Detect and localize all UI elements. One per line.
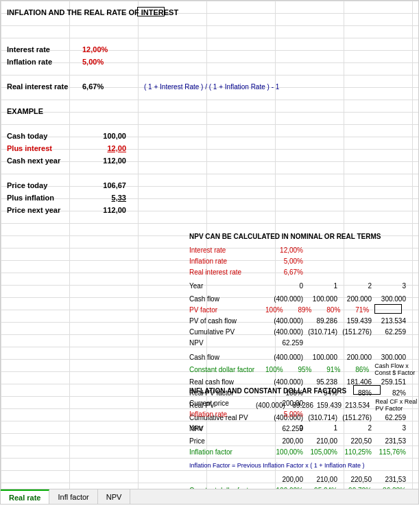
plus-interest-label: Plus interest [5, 143, 80, 153]
nominal-cashflow-row: Cash flow (400.000) 100.000 200.000 300.… [189, 293, 419, 304]
interest-rate-label: Interest rate [5, 45, 80, 54]
interest-rate-value: 12,00% [80, 45, 128, 54]
price-today-value: 106,67 [80, 181, 128, 190]
npv-title: NPV CAN BE CALCULATED IN NOMINAL OR REAL… [189, 233, 381, 240]
infl-rate-row: Inflation rate 5,00% [189, 408, 419, 419]
npv-interest-label: Interest rate [189, 246, 272, 254]
formula1-row: Inflation Factor = Previous Inflation Fa… [189, 460, 419, 471]
tab-infl-factor[interactable]: Infl factor [49, 489, 97, 505]
price-next-year-value: 112,00 [80, 205, 128, 215]
year-header: Year 0 1 2 3 [189, 422, 419, 433]
npv-inflation-label: Inflation rate [189, 257, 272, 265]
example-label: EXAMPLE [5, 106, 80, 116]
pv-cashflow-row: PV of cash flow (400.000) 89.286 159.439… [189, 315, 419, 326]
year-label: Year [189, 282, 272, 290]
title-box [137, 7, 165, 16]
npv-real-value: 6,67% [272, 268, 306, 276]
plus-interest-value: 12,00 [80, 143, 128, 153]
price-next-year-label: Price next year [5, 205, 80, 215]
year-0: 0 [272, 282, 306, 290]
formula-text: ( 1 + Interest Rate ) / ( 1 + Inflation … [142, 82, 281, 91]
plus-inflation-label: Plus inflation [5, 193, 80, 203]
real-interest-label: Real interest rate [5, 82, 80, 91]
tab-bar: Real rate Infl factor NPV [1, 489, 419, 504]
price-row: Price 200,00 210,00 220,50 231,53 [189, 435, 419, 446]
price2-row: 200,00 210,00 220,50 231,53 [189, 474, 419, 485]
box1 [374, 304, 402, 314]
cash-today-value: 100,00 [80, 131, 128, 141]
spreadsheet: INFLATION AND THE REAL RATE OF INTEREST … [0, 0, 419, 505]
year-3: 3 [374, 282, 409, 290]
inflation-rate-label: Inflation rate [5, 57, 80, 67]
cash-next-year-value: 112,00 [80, 156, 128, 165]
tab-npv[interactable]: NPV [98, 489, 131, 505]
formula1: Inflation Factor = Previous Inflation Fa… [189, 462, 365, 469]
npv-interest-value: 12,00% [272, 246, 306, 254]
cumulative-pv-row: Cumulative PV (400.000) (310.714) (151.2… [189, 326, 419, 337]
box2 [353, 385, 381, 395]
inflation-factor-row: Inflation factor 100,00% 105,00% 110,25%… [189, 446, 419, 457]
year-1: 1 [306, 282, 340, 290]
real-cashflow-row: Cash flow (400.000) 100.000 200.000 300.… [189, 351, 419, 362]
const-dollar-factor-row: Constant dollar factor 100% 95% 91% 86% … [189, 362, 419, 376]
cash-today-label: Cash today [5, 131, 80, 141]
npv-inflation-value: 5,00% [272, 257, 306, 265]
pv-factor-row: PV factor 100% 89% 80% 71% [189, 304, 419, 315]
current-price-row: Current price 200,00 [189, 397, 419, 408]
tab-real-rate[interactable]: Real rate [1, 489, 49, 505]
cash-next-year-label: Cash next year [5, 156, 80, 165]
main-title: INFLATION AND THE REAL RATE OF INTEREST [5, 8, 80, 17]
year-2: 2 [340, 282, 374, 290]
price-today-label: Price today [5, 181, 80, 190]
npv-row: NPV 62.259 [189, 337, 419, 348]
plus-inflation-value: 5,33 [80, 193, 128, 203]
real-interest-value: 6,67% [80, 82, 128, 91]
inflation-rate-value: 5,00% [80, 57, 128, 67]
inflation-title: INFLATION AND CONSTANT DOLLAR FACTORS [189, 387, 346, 395]
inflation-section: INFLATION AND CONSTANT DOLLAR FACTORS Cu… [189, 385, 419, 505]
npv-real-label: Real interest rate [189, 268, 272, 276]
